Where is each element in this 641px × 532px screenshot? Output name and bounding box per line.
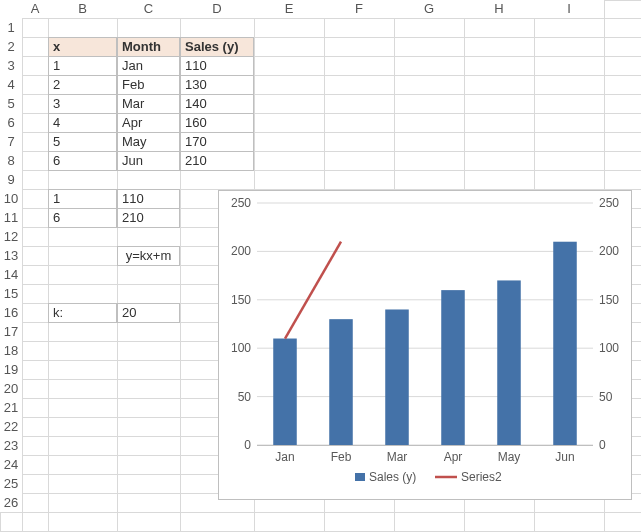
svg-text:100: 100 bbox=[231, 341, 251, 355]
col-header-H[interactable]: H bbox=[464, 0, 534, 18]
col-header-G[interactable]: G bbox=[394, 0, 464, 18]
svg-text:50: 50 bbox=[238, 390, 252, 404]
cell-sales-4[interactable]: 170 bbox=[180, 132, 254, 152]
cell-sales-1[interactable]: 130 bbox=[180, 75, 254, 95]
svg-text:Sales (y): Sales (y) bbox=[369, 470, 416, 484]
col-header-C[interactable]: C bbox=[117, 0, 180, 18]
select-all-corner[interactable] bbox=[0, 0, 22, 18]
cell-month-4[interactable]: May bbox=[117, 132, 180, 152]
svg-text:May: May bbox=[498, 450, 521, 464]
cell-x-4[interactable]: 5 bbox=[48, 132, 117, 152]
row-header-16[interactable]: 16 bbox=[0, 303, 22, 322]
row-header-9[interactable]: 9 bbox=[0, 170, 22, 189]
row-header-25[interactable]: 25 bbox=[0, 474, 22, 493]
row-header-4[interactable]: 4 bbox=[0, 75, 22, 94]
cell-sales-2[interactable]: 140 bbox=[180, 94, 254, 114]
svg-text:100: 100 bbox=[599, 341, 619, 355]
cell-x-2[interactable]: 3 bbox=[48, 94, 117, 114]
svg-text:250: 250 bbox=[231, 196, 251, 210]
row-header-14[interactable]: 14 bbox=[0, 265, 22, 284]
row-header-12[interactable]: 12 bbox=[0, 227, 22, 246]
row-header-13[interactable]: 13 bbox=[0, 246, 22, 265]
k-label-cell[interactable]: k: bbox=[48, 303, 117, 323]
cell-sales-3[interactable]: 160 bbox=[180, 113, 254, 133]
svg-text:Feb: Feb bbox=[331, 450, 352, 464]
cell-x-3[interactable]: 4 bbox=[48, 113, 117, 133]
k-value: 20 bbox=[122, 305, 136, 320]
cell-month-0[interactable]: Jan bbox=[117, 56, 180, 76]
header-month[interactable]: Month bbox=[117, 37, 180, 57]
col-header-B[interactable]: B bbox=[48, 0, 117, 18]
header-x[interactable]: x bbox=[48, 37, 117, 57]
header-sales[interactable]: Sales (y) bbox=[180, 37, 254, 57]
svg-text:150: 150 bbox=[599, 293, 619, 307]
cell-x-0[interactable]: 1 bbox=[48, 56, 117, 76]
svg-rect-61 bbox=[329, 319, 353, 445]
row-header-3[interactable]: 3 bbox=[0, 56, 22, 75]
col-header-F[interactable]: F bbox=[324, 0, 394, 18]
embedded-chart[interactable]: 005050100100150150200200250250JanFebMarA… bbox=[218, 190, 632, 500]
formula-cell[interactable]: y=kx+m bbox=[117, 246, 180, 266]
row-header-23[interactable]: 23 bbox=[0, 436, 22, 455]
cell-month-1[interactable]: Feb bbox=[117, 75, 180, 95]
row-header-17[interactable]: 17 bbox=[0, 322, 22, 341]
k-value-cell[interactable]: 20 bbox=[117, 303, 180, 323]
svg-text:Mar: Mar bbox=[387, 450, 408, 464]
row-header-20[interactable]: 20 bbox=[0, 379, 22, 398]
col-header-E[interactable]: E bbox=[254, 0, 324, 18]
svg-text:Apr: Apr bbox=[444, 450, 463, 464]
cell-month-2[interactable]: Mar bbox=[117, 94, 180, 114]
row-header-1[interactable]: 1 bbox=[0, 18, 22, 37]
svg-text:250: 250 bbox=[599, 196, 619, 210]
formula-text: y=kx+m bbox=[126, 248, 172, 263]
point2-y[interactable]: 210 bbox=[117, 208, 180, 228]
cell-x-1[interactable]: 2 bbox=[48, 75, 117, 95]
col-header-I[interactable]: I bbox=[534, 0, 604, 18]
row-header-22[interactable]: 22 bbox=[0, 417, 22, 436]
svg-text:Jun: Jun bbox=[555, 450, 574, 464]
row-header-24[interactable]: 24 bbox=[0, 455, 22, 474]
svg-text:150: 150 bbox=[231, 293, 251, 307]
col-header-D[interactable]: D bbox=[180, 0, 254, 18]
row-header-6[interactable]: 6 bbox=[0, 113, 22, 132]
row-header-10[interactable]: 10 bbox=[0, 189, 22, 208]
point1-y[interactable]: 110 bbox=[117, 189, 180, 209]
k-label: k: bbox=[53, 305, 63, 320]
svg-rect-63 bbox=[385, 309, 409, 445]
row-header-15[interactable]: 15 bbox=[0, 284, 22, 303]
col-header-A[interactable]: A bbox=[22, 0, 48, 18]
row-header-19[interactable]: 19 bbox=[0, 360, 22, 379]
cell-sales-5[interactable]: 210 bbox=[180, 151, 254, 171]
row-header-5[interactable]: 5 bbox=[0, 94, 22, 113]
cell-month-5[interactable]: Jun bbox=[117, 151, 180, 171]
cell-month-3[interactable]: Apr bbox=[117, 113, 180, 133]
row-header-7[interactable]: 7 bbox=[0, 132, 22, 151]
svg-text:0: 0 bbox=[244, 438, 251, 452]
svg-text:Series2: Series2 bbox=[461, 470, 502, 484]
chart-canvas: 005050100100150150200200250250JanFebMarA… bbox=[219, 191, 631, 499]
cell-x-5[interactable]: 6 bbox=[48, 151, 117, 171]
spreadsheet-view[interactable]: ABCDEFGHI 123456789101112131415161718192… bbox=[0, 0, 641, 532]
row-header-18[interactable]: 18 bbox=[0, 341, 22, 360]
cell-sales-0[interactable]: 110 bbox=[180, 56, 254, 76]
svg-rect-67 bbox=[497, 280, 521, 445]
svg-text:0: 0 bbox=[599, 438, 606, 452]
svg-text:50: 50 bbox=[599, 390, 613, 404]
row-header-11[interactable]: 11 bbox=[0, 208, 22, 227]
svg-rect-59 bbox=[273, 339, 297, 445]
svg-text:200: 200 bbox=[599, 244, 619, 258]
point2-x[interactable]: 6 bbox=[48, 208, 117, 228]
row-header-8[interactable]: 8 bbox=[0, 151, 22, 170]
row-header-2[interactable]: 2 bbox=[0, 37, 22, 56]
svg-text:200: 200 bbox=[231, 244, 251, 258]
row-header-21[interactable]: 21 bbox=[0, 398, 22, 417]
svg-rect-72 bbox=[355, 473, 365, 481]
row-header-26[interactable]: 26 bbox=[0, 493, 22, 512]
svg-rect-65 bbox=[441, 290, 465, 445]
svg-rect-69 bbox=[553, 242, 577, 445]
point1-x[interactable]: 1 bbox=[48, 189, 117, 209]
svg-text:Jan: Jan bbox=[275, 450, 294, 464]
